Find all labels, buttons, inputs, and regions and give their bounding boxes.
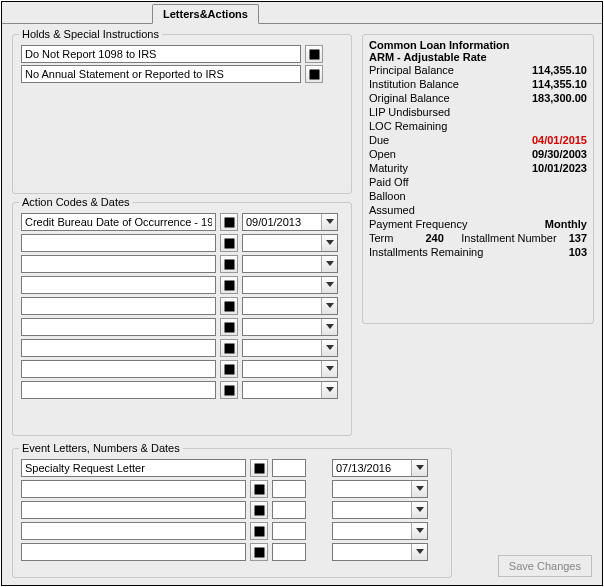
holds-title: Holds & Special Instructions bbox=[19, 28, 162, 40]
chevron-down-icon bbox=[411, 544, 427, 560]
list-icon bbox=[224, 217, 235, 228]
event-letter-input-2[interactable] bbox=[21, 501, 246, 519]
action-code-picker-6[interactable] bbox=[220, 339, 238, 357]
loc-label: LOC Remaining bbox=[369, 120, 447, 132]
hold-picker-1[interactable] bbox=[305, 65, 323, 83]
list-icon bbox=[224, 385, 235, 396]
event-letter-picker-2[interactable] bbox=[250, 501, 268, 519]
event-letter-picker-1[interactable] bbox=[250, 480, 268, 498]
event-letter-picker-0[interactable] bbox=[250, 459, 268, 477]
original-balance-value: 183,300.00 bbox=[532, 92, 587, 104]
action-code-input-6[interactable] bbox=[21, 339, 216, 357]
action-code-input-7[interactable] bbox=[21, 360, 216, 378]
tab-letters-actions[interactable]: Letters&Actions bbox=[152, 4, 259, 24]
action-code-input-1[interactable] bbox=[21, 234, 216, 252]
event-date-combo-1[interactable] bbox=[332, 480, 428, 498]
due-label: Due bbox=[369, 134, 389, 146]
balloon-label: Balloon bbox=[369, 190, 406, 202]
event-letters-panel: Event Letters, Numbers & Dates 07/13/201… bbox=[12, 448, 452, 578]
term-value: 240 bbox=[425, 232, 443, 244]
event-letter-input-3[interactable] bbox=[21, 522, 246, 540]
chevron-down-icon bbox=[321, 298, 337, 314]
list-icon bbox=[254, 484, 265, 495]
hold-picker-0[interactable] bbox=[305, 45, 323, 63]
original-balance-label: Original Balance bbox=[369, 92, 450, 104]
action-code-input-8[interactable] bbox=[21, 381, 216, 399]
chevron-down-icon bbox=[411, 523, 427, 539]
info-title-2: ARM - Adjustable Rate bbox=[363, 51, 593, 63]
event-letter-input-1[interactable] bbox=[21, 480, 246, 498]
hold-input-0[interactable] bbox=[21, 45, 301, 63]
chevron-down-icon bbox=[411, 481, 427, 497]
action-code-input-0[interactable] bbox=[21, 213, 216, 231]
event-letter-picker-3[interactable] bbox=[250, 522, 268, 540]
event-number-input-3[interactable] bbox=[272, 522, 306, 540]
inst-rem-value: 103 bbox=[569, 246, 587, 258]
action-date-combo-4[interactable] bbox=[242, 297, 338, 315]
action-code-picker-1[interactable] bbox=[220, 234, 238, 252]
event-number-input-2[interactable] bbox=[272, 501, 306, 519]
loan-info-panel: Common Loan Information ARM - Adjustable… bbox=[362, 34, 594, 324]
tab-label: Letters&Actions bbox=[163, 8, 248, 20]
list-icon bbox=[224, 238, 235, 249]
chevron-down-icon bbox=[411, 460, 427, 476]
action-date-combo-6[interactable] bbox=[242, 339, 338, 357]
chevron-down-icon bbox=[321, 340, 337, 356]
event-number-input-4[interactable] bbox=[272, 543, 306, 561]
action-code-picker-0[interactable] bbox=[220, 213, 238, 231]
action-code-picker-8[interactable] bbox=[220, 381, 238, 399]
institution-balance-value: 114,355.10 bbox=[532, 78, 587, 90]
chevron-down-icon bbox=[321, 361, 337, 377]
action-date-combo-3[interactable] bbox=[242, 276, 338, 294]
tab-strip: Letters&Actions bbox=[2, 2, 602, 24]
action-code-picker-2[interactable] bbox=[220, 255, 238, 273]
action-date-combo-7[interactable] bbox=[242, 360, 338, 378]
chevron-down-icon bbox=[321, 319, 337, 335]
event-date-combo-4[interactable] bbox=[332, 543, 428, 561]
action-code-input-4[interactable] bbox=[21, 297, 216, 315]
action-date-combo-8[interactable] bbox=[242, 381, 338, 399]
chevron-down-icon bbox=[321, 277, 337, 293]
event-number-input-1[interactable] bbox=[272, 480, 306, 498]
maturity-value: 10/01/2023 bbox=[532, 162, 587, 174]
save-changes-button[interactable]: Save Changes bbox=[498, 555, 592, 577]
freq-value: Monthly bbox=[545, 218, 587, 230]
maturity-label: Maturity bbox=[369, 162, 408, 174]
list-icon bbox=[254, 505, 265, 516]
event-letter-picker-4[interactable] bbox=[250, 543, 268, 561]
info-title-1: Common Loan Information bbox=[363, 35, 593, 51]
list-icon bbox=[224, 259, 235, 270]
assumed-label: Assumed bbox=[369, 204, 415, 216]
action-date-combo-0[interactable]: 09/01/2013 bbox=[242, 213, 338, 231]
action-title: Action Codes & Dates bbox=[19, 196, 133, 208]
action-code-picker-7[interactable] bbox=[220, 360, 238, 378]
event-date-combo-3[interactable] bbox=[332, 522, 428, 540]
action-code-picker-3[interactable] bbox=[220, 276, 238, 294]
action-code-input-2[interactable] bbox=[21, 255, 216, 273]
action-code-picker-4[interactable] bbox=[220, 297, 238, 315]
event-letter-input-0[interactable] bbox=[21, 459, 246, 477]
hold-input-1[interactable] bbox=[21, 65, 301, 83]
inst-num-value: 137 bbox=[569, 232, 587, 244]
freq-label: Payment Frequency bbox=[369, 218, 467, 230]
action-code-input-5[interactable] bbox=[21, 318, 216, 336]
event-date-combo-0-value: 07/13/2016 bbox=[333, 462, 411, 474]
action-date-combo-5[interactable] bbox=[242, 318, 338, 336]
inst-rem-label: Installments Remaining bbox=[369, 246, 483, 258]
list-icon bbox=[309, 49, 320, 60]
holds-panel: Holds & Special Instructions bbox=[12, 34, 352, 194]
list-icon bbox=[254, 526, 265, 537]
action-date-combo-1[interactable] bbox=[242, 234, 338, 252]
action-date-combo-2[interactable] bbox=[242, 255, 338, 273]
action-code-input-3[interactable] bbox=[21, 276, 216, 294]
event-letter-input-4[interactable] bbox=[21, 543, 246, 561]
event-title: Event Letters, Numbers & Dates bbox=[19, 442, 183, 454]
chevron-down-icon bbox=[321, 256, 337, 272]
open-label: Open bbox=[369, 148, 396, 160]
event-date-combo-2[interactable] bbox=[332, 501, 428, 519]
event-date-combo-0[interactable]: 07/13/2016 bbox=[332, 459, 428, 477]
list-icon bbox=[224, 322, 235, 333]
action-code-picker-5[interactable] bbox=[220, 318, 238, 336]
institution-balance-label: Institution Balance bbox=[369, 78, 459, 90]
event-number-input-0[interactable] bbox=[272, 459, 306, 477]
